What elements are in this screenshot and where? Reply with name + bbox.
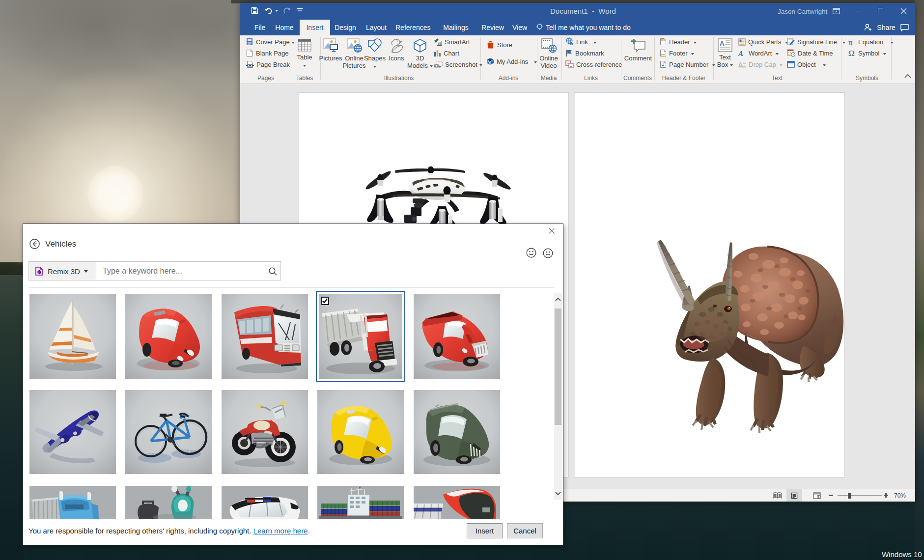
svg-text:A: A	[738, 50, 743, 57]
svg-text:π: π	[848, 38, 853, 46]
svg-text:A: A	[720, 40, 725, 47]
svg-text:Ω: Ω	[848, 49, 855, 57]
svg-text:A: A	[738, 61, 743, 68]
